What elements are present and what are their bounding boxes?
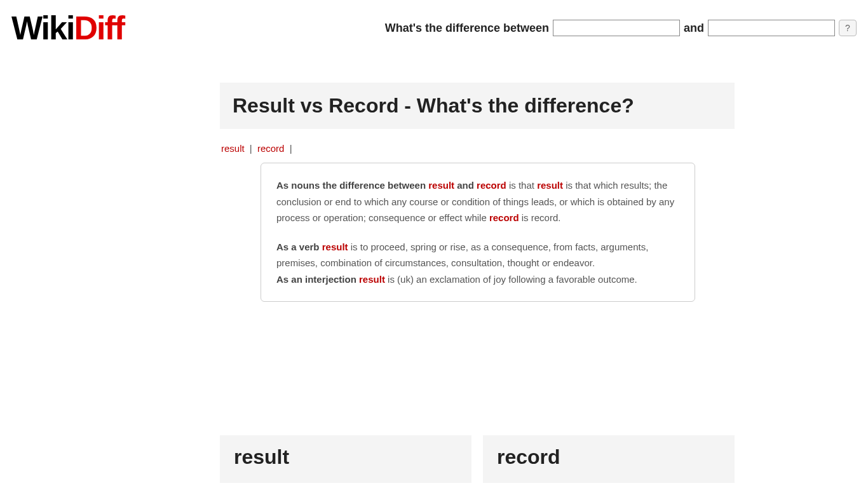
summary-verb-interjection: As a verb result is to proceed, spring o… — [276, 239, 679, 288]
term-result: result — [322, 241, 348, 252]
column-result: result — [220, 435, 471, 483]
crumb-sep: | — [250, 143, 252, 154]
summary-text: is (uk) an exclamation of joy following … — [385, 274, 637, 285]
term-record: record — [489, 212, 519, 223]
column-record: record — [483, 435, 735, 483]
help-button[interactable]: ? — [839, 20, 857, 36]
word2-input[interactable] — [708, 20, 835, 36]
crumb-sep: | — [290, 143, 292, 154]
summary-box: As nouns the difference between result a… — [261, 163, 695, 302]
summary-text: is record. — [519, 212, 561, 223]
term-result: result — [537, 180, 563, 191]
page-title: Result vs Record - What's the difference… — [233, 94, 722, 118]
crumb-record[interactable]: record — [257, 143, 285, 154]
summary-text: is that — [506, 180, 537, 191]
summary-lead: As a verb — [276, 241, 322, 252]
crumb-result[interactable]: result — [221, 143, 245, 154]
term-result: result — [359, 274, 385, 285]
term-record: record — [477, 180, 506, 191]
logo-part2: Diff — [74, 10, 124, 46]
term-result: result — [428, 180, 454, 191]
search-form: What's the difference between and ? — [385, 20, 857, 36]
logo-part1: Wiki — [11, 10, 74, 46]
word1-input[interactable] — [553, 20, 680, 36]
breadcrumb: result | record | — [221, 143, 735, 154]
page-title-bar: Result vs Record - What's the difference… — [220, 83, 735, 129]
search-prompt: What's the difference between — [385, 22, 549, 35]
summary-nouns: As nouns the difference between result a… — [276, 177, 679, 226]
logo[interactable]: WikiDiff — [11, 11, 124, 44]
column-heading: record — [497, 445, 721, 469]
summary-lead: As nouns the difference between — [276, 180, 428, 191]
summary-lead: As an interjection — [276, 274, 359, 285]
search-and: and — [684, 22, 704, 35]
summary-and: and — [454, 180, 477, 191]
column-heading: result — [234, 445, 458, 469]
